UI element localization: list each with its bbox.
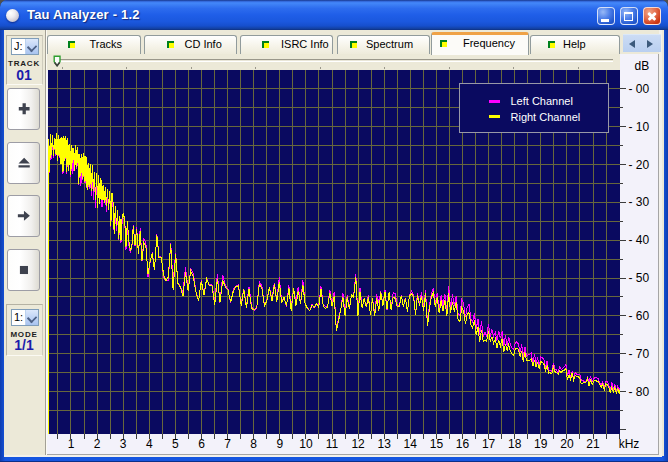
- svg-text:14: 14: [404, 437, 418, 451]
- svg-text:8: 8: [250, 437, 257, 451]
- svg-text:20: 20: [560, 437, 574, 451]
- svg-text:- 70: - 70: [629, 347, 650, 361]
- svg-text:16: 16: [456, 437, 470, 451]
- svg-text:5: 5: [172, 437, 179, 451]
- svg-text:- 00: - 00: [629, 82, 650, 96]
- svg-text:15: 15: [430, 437, 444, 451]
- svg-text:19: 19: [534, 437, 548, 451]
- svg-text:9: 9: [276, 437, 283, 451]
- svg-text:Right Channel: Right Channel: [511, 111, 581, 123]
- svg-text:- 40: - 40: [629, 233, 650, 247]
- svg-text:1: 1: [68, 437, 75, 451]
- svg-text:- 50: - 50: [629, 271, 650, 285]
- svg-text:10: 10: [299, 437, 313, 451]
- svg-text:- 60: - 60: [629, 309, 650, 323]
- svg-text:3: 3: [120, 437, 127, 451]
- svg-text:11: 11: [326, 437, 339, 451]
- svg-text:13: 13: [378, 437, 392, 451]
- svg-text:2: 2: [94, 437, 101, 451]
- svg-text:4: 4: [146, 437, 153, 451]
- svg-text:Left Channel: Left Channel: [511, 95, 573, 107]
- svg-text:6: 6: [198, 437, 205, 451]
- svg-text:- 20: - 20: [629, 158, 650, 172]
- svg-text:- 80: - 80: [629, 385, 650, 399]
- svg-text:kHz: kHz: [619, 437, 640, 451]
- svg-text:7: 7: [224, 437, 231, 451]
- svg-text:18: 18: [508, 437, 522, 451]
- svg-text:12: 12: [351, 437, 365, 451]
- svg-text:17: 17: [482, 437, 496, 451]
- svg-text:21: 21: [586, 437, 600, 451]
- svg-text:- 10: - 10: [629, 120, 650, 134]
- svg-text:- 30: - 30: [629, 195, 650, 209]
- svg-text:dB: dB: [635, 59, 650, 73]
